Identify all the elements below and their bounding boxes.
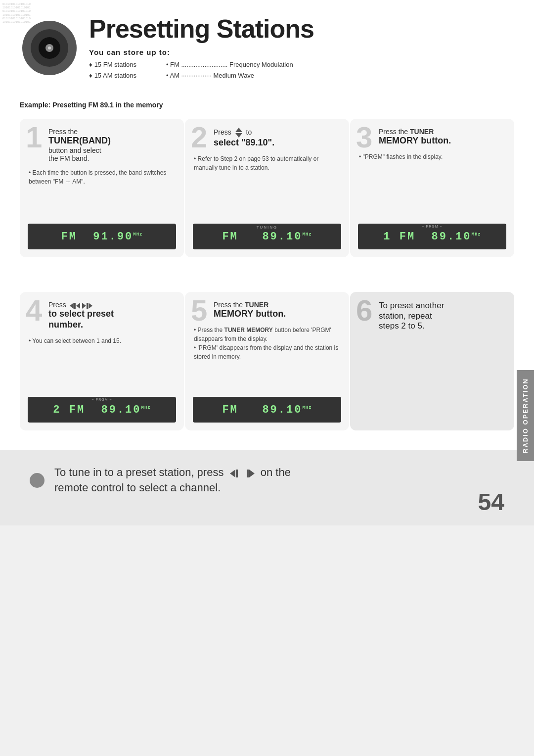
am-desc: • AM ················· Medium Wave	[166, 70, 293, 81]
step-4-bullet-1: You can select between 1 and 15.	[29, 336, 176, 345]
step-4-number: 4	[26, 296, 42, 326]
steps-row-1: 1 Press the TUNER(BAND) button and selec…	[20, 119, 514, 257]
step-5-bullet-2: 'PRGM' disappears from the display and t…	[194, 343, 341, 361]
step-2-pre: Press to	[214, 128, 341, 138]
step-4-display: ~ PRGM ~ 2 FM 89.10MHz	[28, 397, 176, 423]
step-2-body: Refer to Step 2 on page 53 to automatica…	[193, 154, 341, 172]
step-3-number: 3	[356, 123, 372, 152]
step-2-bullet-1: Refer to Step 2 on page 53 to automatica…	[194, 154, 341, 172]
step-2-number: 2	[191, 123, 207, 152]
step-1-number: 1	[26, 123, 42, 152]
steps-row-2: 4 Press	[20, 292, 514, 430]
step-5-header: Press the TUNER MEMORY button.	[214, 301, 341, 320]
step-4-main: to select presetnumber.	[48, 309, 176, 330]
bottom-info: To tune in to a preset station, press on…	[30, 465, 504, 496]
step-4-display-label: ~ PRGM ~	[91, 398, 112, 401]
svg-point-4	[48, 47, 51, 49]
speaker-icon	[20, 18, 79, 78]
step-4-body: You can select between 1 and 15.	[28, 336, 176, 345]
step-2-display-text: FM 89.10MHz	[222, 231, 312, 243]
step-1-display-text: FM 91.90MHz	[61, 231, 142, 243]
step-1-bullet-1: Each time the button is pressed, the ban…	[29, 168, 176, 186]
main-content: Example: Presetting FM 89.1 in the memor…	[0, 91, 534, 450]
step-6-main: To preset anotherstation, repeatsteps 2 …	[379, 301, 506, 331]
page-title: Presetting Stations	[89, 15, 514, 43]
bottom-section: To tune in to a preset station, press on…	[0, 450, 534, 525]
store-left: ♦15 FM stations ♦15 AM stations	[89, 59, 136, 81]
step-5: 5 Press the TUNER MEMORY button. Press t…	[185, 292, 349, 430]
step-5-pre: Press the TUNER	[214, 301, 341, 309]
step-3-display-label: ~ PRGM ~	[422, 225, 442, 228]
example-heading: Example: Presetting FM 89.1 in the memor…	[20, 101, 514, 109]
bottom-dot	[30, 473, 44, 488]
am-stations: ♦15 AM stations	[89, 70, 136, 81]
step-4: 4 Press	[20, 292, 184, 430]
header-section: 0101010101010101010101010101010101010101…	[0, 0, 534, 91]
step-5-display: FM 89.10MHz	[193, 397, 341, 423]
radio-sidebar: RADIO OPERATION	[517, 370, 534, 461]
store-right: • FM .......................... Frequenc…	[166, 59, 293, 81]
step-4-pre: Press	[48, 301, 176, 309]
page: 0101010101010101010101010101010101010101…	[0, 0, 534, 756]
page-number: 54	[478, 488, 504, 516]
step-3-main: MEMORY button.	[379, 136, 506, 146]
step-4-display-text: 2 FM 89.10MHz	[53, 404, 150, 416]
step-2-display: TUNING FM 89.10MHz	[193, 224, 341, 249]
step-5-display-text: FM 89.10MHz	[222, 404, 312, 416]
step-3-bullet-1: "PRGM" flashes in the display.	[359, 152, 506, 161]
step-4-header: Press	[48, 301, 176, 330]
step-2-main: select "89.10".	[214, 138, 341, 148]
step-2-display-label: TUNING	[257, 225, 278, 230]
step-3: 3 Press the TUNER MEMORY button. "PRGM" …	[350, 119, 514, 257]
step-5-body: Press the TUNER MEMORY button before 'PR…	[193, 326, 341, 361]
fm-stations: ♦15 FM stations	[89, 59, 136, 70]
fm-desc: • FM .......................... Frequenc…	[166, 59, 293, 70]
step-1-body: Each time the button is pressed, the ban…	[28, 168, 176, 186]
step-5-main: MEMORY button.	[214, 309, 341, 320]
step-1-header: Press the TUNER(BAND) button and selectt…	[48, 128, 176, 162]
store-label: You can store up to:	[89, 48, 514, 56]
step-3-display-text: 1 FM 89.10MHz	[383, 231, 481, 243]
step-3-header: Press the TUNER MEMORY button.	[379, 128, 506, 146]
step-1: 1 Press the TUNER(BAND) button and selec…	[20, 119, 184, 257]
step-2-header: Press to select "89.10".	[214, 128, 341, 148]
step-6-number: 6	[356, 296, 372, 326]
step-2: 2 Press to select "89.10". Refer to Step…	[185, 119, 349, 257]
step-1-display: FM 91.90MHz	[28, 224, 176, 249]
step-3-display: ~ PRGM ~ 1 FM 89.10MHz	[358, 224, 506, 249]
step-3-body: "PRGM" flashes in the display.	[358, 152, 506, 161]
step-1-pre: Press the	[48, 128, 176, 136]
step-6-header: To preset anotherstation, repeatsteps 2 …	[379, 301, 506, 331]
step-5-number: 5	[191, 296, 207, 326]
step-1-main: TUNER(BAND)	[48, 136, 176, 146]
step-3-pre: Press the TUNER	[379, 128, 506, 136]
header-text-block: Presetting Stations You can store up to:…	[89, 15, 514, 81]
store-items: ♦15 FM stations ♦15 AM stations • FM ...…	[89, 59, 514, 81]
step-6: 6 To preset anotherstation, repeatsteps …	[350, 292, 514, 430]
step-5-bullet-1: Press the TUNER MEMORY button before 'PR…	[194, 326, 341, 343]
store-up-to: You can store up to: ♦15 FM stations ♦15…	[89, 48, 514, 81]
step-1-sub: button and selectthe FM band.	[48, 146, 176, 162]
bottom-text: To tune in to a preset station, press on…	[54, 465, 291, 496]
